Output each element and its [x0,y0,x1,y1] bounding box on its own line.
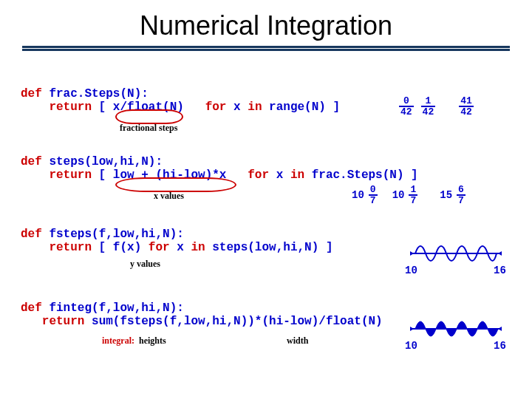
sine-plot [408,235,504,272]
axis1-lo: 10 [405,265,417,276]
seq-steps: 10 07 10 17 15 67 [352,185,466,205]
oval-1 [115,109,183,124]
title-rule [22,46,510,51]
integral-plot [408,310,504,347]
annot-integral: integral: heights [102,335,166,347]
annot-x-values: x values [154,191,184,202]
annot-width: width [287,335,308,347]
oval-2 [115,177,236,192]
code-fsteps: def fsteps(f,low,hi,N): return [ f(x) fo… [21,228,332,254]
page-title: Numerical Integration [0,10,532,41]
seq-fracsteps: 042 142 4142 [399,96,474,117]
annot-y-values: y values [130,259,160,270]
code-finteg: def finteg(f,low,hi,N): return sum(fstep… [21,301,383,328]
axis2-hi: 16 [494,340,506,352]
annot-fractional-steps: fractional steps [120,123,177,134]
axis2-lo: 10 [405,340,417,352]
axis1-hi: 16 [494,265,506,276]
code-fracsteps: def frac.Steps(N): return [ x/float(N) f… [21,87,340,114]
